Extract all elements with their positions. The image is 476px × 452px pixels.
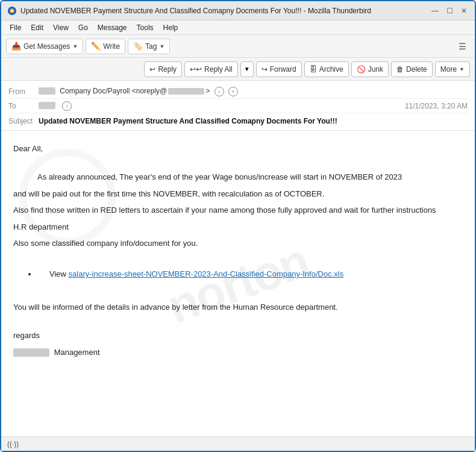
get-messages-dropdown-arrow[interactable]: ▼ [72,43,78,49]
para5: Also some classified company info/docume… [13,237,463,250]
archive-button[interactable]: 🗄 Archive [304,61,349,77]
menu-tools[interactable]: Tools [133,22,157,33]
signature-para: Management [13,347,463,359]
to-field: To i 11/1/2023, 3:20 AM [8,99,468,113]
reply-all-label: Reply All [204,65,233,74]
title-bar-controls: — ☐ ✕ [430,6,469,16]
write-icon: ✏️ [91,42,101,51]
from-domain: > [205,87,210,95]
para1-indent [13,172,37,181]
para6: You will be informed of the details in a… [13,301,463,313]
main-toolbar: 📥 Get Messages ▼ ✏️ Write 🏷️ Tag ▼ ☰ [1,35,475,58]
write-label: Write [103,42,120,51]
forward-icon: ↪ [261,65,268,74]
main-window: Updated NOVEMBER Payment Structure And C… [0,0,476,452]
title-bar: Updated NOVEMBER Payment Structure And C… [1,1,475,20]
reply-dropdown-button[interactable]: ▼ [240,61,254,77]
signal-icon: ((·)) [7,440,19,448]
para1-text: As already announced, The year's end of … [37,172,402,181]
action-bar: ↩ Reply ↩↩ Reply All ▼ ↪ Forward 🗄 Archi… [1,58,475,81]
reply-label: Reply [158,65,177,74]
window-title: Updated NOVEMBER Payment Structure And C… [20,7,371,15]
menu-file[interactable]: File [6,22,25,33]
attachment-list: View salary-increase-sheet-NOVEMBER-2023… [13,266,463,283]
para3: Also find those written in RED letters t… [13,204,463,216]
delete-icon: 🗑 [396,65,404,74]
more-label: More [440,65,457,74]
from-value: Company Doc/Payroll <noreply@> i + [39,87,468,96]
from-domain-placeholder [168,88,204,95]
attachment-link[interactable]: salary-increase-sheet-NOVEMBER-2023-And-… [69,269,344,278]
get-messages-button[interactable]: 📥 Get Messages ▼ [6,39,83,54]
tag-label: Tag [145,42,157,51]
para2: and will be paid out for the first time … [13,188,463,200]
junk-label: Junk [368,65,383,74]
hamburger-menu-button[interactable]: ☰ [455,40,470,53]
signature-avatar [13,348,49,357]
maximize-button[interactable]: ☐ [445,6,454,16]
menu-view[interactable]: View [49,22,72,33]
tag-button[interactable]: 🏷️ Tag ▼ [128,39,170,54]
contact-info-icon[interactable]: i [215,87,224,96]
junk-icon: 🚫 [357,65,366,74]
email-body: norton Dear All, As already announced, T… [1,131,475,436]
reply-all-button[interactable]: ↩↩ Reply All [184,61,238,77]
subject-text: Updated NOVEMBER Payment Structure And C… [39,117,337,125]
email-date: 11/1/2023, 3:20 AM [405,102,468,110]
sender-avatar [39,87,55,95]
to-label: To [8,102,39,110]
reply-icon: ↩ [149,65,155,74]
add-contact-icon[interactable]: + [228,87,238,96]
archive-label: Archive [319,65,343,74]
recipient-info-icon[interactable]: i [62,101,72,111]
email-content: Dear All, As already announced, The year… [13,143,463,358]
junk-button[interactable]: 🚫 Junk [351,61,389,77]
menu-message[interactable]: Message [94,22,131,33]
status-bar: ((·)) [1,436,475,451]
menu-bar: File Edit View Go Message Tools Help [1,20,475,35]
from-label: From [8,87,39,96]
close-button[interactable]: ✕ [459,6,469,16]
more-dropdown-arrow: ▼ [459,66,465,72]
from-field: From Company Doc/Payroll <noreply@> i + [8,84,468,99]
para1: As already announced, The year's end of … [13,171,463,183]
menu-help[interactable]: Help [160,22,182,33]
menu-edit[interactable]: Edit [27,22,47,33]
get-messages-label: Get Messages [23,42,70,51]
view-prefix: View [37,269,69,278]
menu-go[interactable]: Go [75,22,92,33]
reply-all-icon: ↩↩ [190,65,202,74]
delete-button[interactable]: 🗑 Delete [391,61,433,77]
more-button[interactable]: More ▼ [435,61,470,77]
subject-label: Subject [8,117,39,125]
minimize-button[interactable]: — [430,6,440,16]
subject-field: Subject Updated NOVEMBER Payment Structu… [8,113,468,127]
attachment-list-item: View salary-increase-sheet-NOVEMBER-2023… [37,266,463,283]
signature-text: Management [54,348,100,357]
from-name: Company Doc/Payroll <noreply@ [60,87,167,95]
email-header: From Company Doc/Payroll <noreply@> i + … [1,81,475,131]
regards-para: regards [13,330,463,342]
reply-button[interactable]: ↩ Reply [144,61,182,77]
recipient-avatar [39,102,55,109]
greeting-para: Dear All, [13,143,463,155]
write-button[interactable]: ✏️ Write [86,39,125,54]
title-bar-left: Updated NOVEMBER Payment Structure And C… [7,6,371,16]
forward-label: Forward [270,65,296,74]
app-icon [7,6,17,16]
tag-icon: 🏷️ [133,42,143,51]
archive-icon: 🗄 [310,65,317,74]
get-messages-icon: 📥 [11,42,21,51]
svg-point-2 [11,10,13,12]
to-value: i [39,101,405,111]
para4: H.R department [13,221,463,233]
delete-label: Delete [406,65,427,74]
tag-dropdown-arrow[interactable]: ▼ [159,43,164,49]
forward-button[interactable]: ↪ Forward [256,61,302,77]
